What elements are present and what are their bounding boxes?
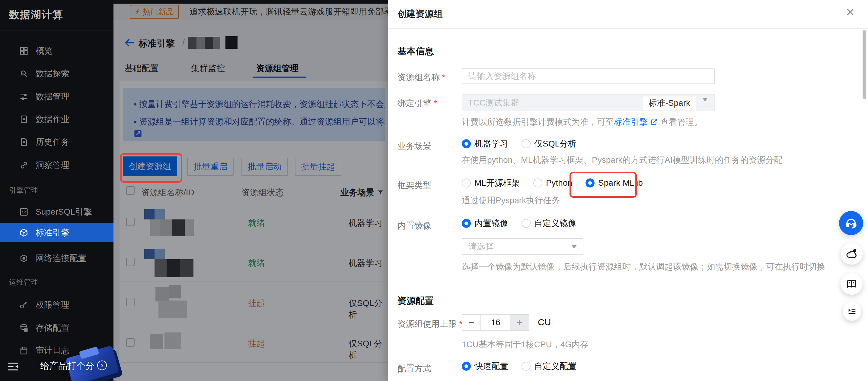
headset-icon bbox=[845, 217, 858, 230]
cube-icon bbox=[19, 228, 28, 237]
resource-group-name-input[interactable]: 请输入资源组名称 bbox=[462, 68, 715, 84]
grid-icon bbox=[19, 46, 28, 56]
sidebar-item-data-manage[interactable]: 数据管理 bbox=[0, 88, 114, 106]
field-label-engine: 绑定引擎* bbox=[398, 98, 437, 109]
sidebar-item-storage-config[interactable]: 存储配置 bbox=[0, 319, 114, 337]
framework-radio-group: ML开源框架 Python Spark MLlib bbox=[462, 177, 643, 189]
radio-builtin-image[interactable]: 内置镜像 bbox=[462, 218, 508, 229]
storage-icon bbox=[19, 323, 28, 333]
notifications-fab[interactable] bbox=[841, 243, 863, 265]
docs-fab[interactable] bbox=[841, 273, 863, 295]
radio-on-icon bbox=[462, 139, 471, 148]
field-label-limit: 资源组使用上限* bbox=[398, 318, 462, 330]
sidebar-item-overview[interactable]: 概览 bbox=[0, 42, 114, 60]
field-label-name: 资源组名称* bbox=[398, 72, 445, 83]
field-label-scene: 业务场景 bbox=[398, 140, 431, 152]
key-icon bbox=[19, 301, 28, 310]
stepper-minus-button[interactable]: − bbox=[462, 314, 481, 331]
collapse-sidebar-icon[interactable] bbox=[7, 362, 19, 371]
required-mark: * bbox=[442, 73, 445, 82]
sidebar-item-standard-engine[interactable]: 标准引擎 bbox=[0, 223, 114, 242]
field-label-framework: 框架类型 bbox=[398, 180, 431, 191]
sidebar-item-supersql[interactable]: Sq SuperSQL引擎 bbox=[0, 203, 114, 221]
console-fab[interactable] bbox=[843, 302, 861, 321]
sidebar-item-label: 洞察管理 bbox=[36, 160, 69, 171]
sidebar-item-data-jobs[interactable]: 数据作业 bbox=[0, 110, 114, 129]
stepper-plus-button[interactable]: + bbox=[510, 314, 529, 331]
svg-text:Sq: Sq bbox=[22, 210, 27, 214]
sidebar-item-label: 存储配置 bbox=[36, 322, 69, 334]
engine-type-tag: 标准-Spark bbox=[643, 97, 696, 110]
field-label-image: 内置镜像 bbox=[398, 220, 431, 232]
radio-off-icon bbox=[533, 178, 542, 187]
sliders-icon bbox=[19, 92, 28, 101]
sidebar-item-history-tasks[interactable]: 历史任务 bbox=[0, 133, 114, 151]
cloud-bell-icon bbox=[846, 248, 858, 260]
section-resource-config: 资源配置 bbox=[398, 295, 434, 307]
supersql-icon: Sq bbox=[19, 207, 28, 216]
scene-caption: 在使用python、ML机器学习框架、Pyspark的方式进行AI模型训练时的任… bbox=[462, 154, 783, 166]
sidebar-item-label: 权限管理 bbox=[36, 299, 69, 311]
stepper-value[interactable]: 16 bbox=[481, 314, 510, 331]
close-icon[interactable]: ✕ bbox=[846, 6, 855, 19]
rating-label[interactable]: 给产品打个分 bbox=[40, 360, 94, 372]
sidebar-item-label: 数据管理 bbox=[36, 91, 69, 102]
app-title: 数据湖计算 bbox=[9, 8, 63, 22]
scene-radio-group: 机器学习 仅SQL分析 bbox=[462, 138, 577, 149]
radio-custom-config[interactable]: 自定义配置 bbox=[522, 360, 577, 372]
cu-unit: CU bbox=[538, 317, 551, 327]
bound-engine-select[interactable]: TCC测试集群 标准-Spark bbox=[462, 94, 715, 111]
standard-engine-link[interactable]: 标准引擎 bbox=[614, 117, 648, 127]
bound-engine-value: TCC测试集群 bbox=[468, 97, 519, 108]
sidebar-item-label: 网络连接配置 bbox=[36, 252, 86, 264]
drawer-title: 创建资源组 bbox=[398, 8, 443, 20]
document-icon bbox=[19, 115, 28, 124]
input-placeholder: 请输入资源组名称 bbox=[468, 71, 536, 82]
radio-quick-config[interactable]: 快速配置 bbox=[462, 360, 508, 372]
image-select[interactable]: 请选择 bbox=[462, 238, 583, 255]
radio-off-icon bbox=[522, 139, 531, 148]
sidebar-item-permission[interactable]: 权限管理 bbox=[0, 296, 114, 314]
radio-machine-learning[interactable]: 机器学习 bbox=[462, 138, 508, 149]
framework-caption: 通过使用Pyspark执行任务 bbox=[462, 195, 560, 206]
sidebar-item-label: 历史任务 bbox=[36, 136, 69, 148]
radio-on-icon bbox=[462, 219, 471, 228]
select-placeholder: 请选择 bbox=[468, 241, 494, 252]
radio-on-icon bbox=[586, 178, 595, 187]
radio-ml-framework[interactable]: ML开源框架 bbox=[462, 177, 520, 189]
image-radio-group: 内置镜像 自定义镜像 bbox=[462, 218, 577, 229]
radio-off-icon bbox=[522, 219, 531, 228]
radio-spark-mllib[interactable]: Spark MLlib bbox=[586, 178, 643, 188]
hexagon-icon bbox=[19, 254, 28, 263]
sidebar-item-data-explore[interactable]: 数据探索 bbox=[0, 64, 114, 83]
field-label-config-mode: 配置方式 bbox=[398, 363, 431, 374]
terminal-list-icon bbox=[847, 306, 857, 316]
search-icon bbox=[19, 69, 28, 78]
rating-widget[interactable]: 给产品打个分 › bbox=[0, 350, 130, 381]
modal-mask[interactable] bbox=[114, 0, 388, 381]
create-resource-group-drawer: 创建资源组 ✕ 基本信息 资源组名称* 请输入资源组名称 绑定引擎* TCC测试… bbox=[388, 0, 868, 381]
section-basic-info: 基本信息 bbox=[398, 45, 434, 58]
chevron-down-icon[interactable] bbox=[702, 101, 708, 111]
sidebar: 数据湖计算 概览 数据探索 数据管理 数据作业 历史任务 洞察管理 引擎管理 S… bbox=[0, 0, 114, 381]
radio-custom-image[interactable]: 自定义镜像 bbox=[522, 218, 577, 229]
image-caption: 选择一个镜像为默认镜像，后续执行资源组时，默认调起该镜像；如需切换镜像，可在执行… bbox=[462, 261, 825, 273]
cu-stepper: − 16 + bbox=[462, 314, 529, 331]
drawer-scrollbar[interactable] bbox=[863, 30, 866, 99]
sidebar-item-label: SuperSQL引擎 bbox=[36, 206, 92, 218]
sidebar-group-ops: 运维管理 bbox=[9, 277, 38, 287]
radio-on-icon bbox=[462, 362, 471, 371]
radio-sql-only[interactable]: 仅SQL分析 bbox=[522, 138, 577, 149]
sidebar-item-insight[interactable]: 洞察管理 bbox=[0, 156, 114, 175]
sidebar-item-network-config[interactable]: 网络连接配置 bbox=[0, 249, 114, 268]
sidebar-group-engine: 引擎管理 bbox=[9, 185, 38, 195]
required-mark: * bbox=[434, 99, 437, 108]
chevron-down-icon bbox=[571, 245, 577, 248]
radio-off-icon bbox=[462, 178, 471, 187]
external-link-icon[interactable] bbox=[650, 118, 658, 126]
divider bbox=[388, 28, 868, 29]
radio-python[interactable]: Python bbox=[533, 178, 572, 188]
support-fab[interactable] bbox=[839, 211, 863, 235]
rating-go-icon[interactable]: › bbox=[97, 360, 107, 370]
sidebar-item-label: 数据作业 bbox=[36, 114, 69, 125]
